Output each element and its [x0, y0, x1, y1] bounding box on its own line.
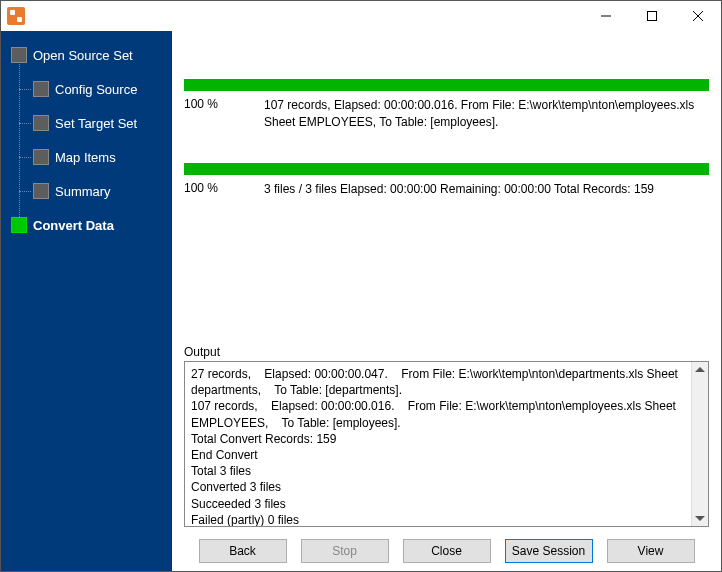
nav-box-icon: [33, 81, 49, 97]
close-wizard-button[interactable]: Close: [403, 539, 491, 563]
nav-label: Map Items: [55, 150, 116, 165]
nav-convert-data[interactable]: Convert Data: [11, 213, 171, 237]
nav-label: Config Source: [55, 82, 137, 97]
nav-label: Set Target Set: [55, 116, 137, 131]
output-text[interactable]: 27 records, Elapsed: 00:00:00.047. From …: [185, 362, 691, 526]
task-percent: 100 %: [184, 97, 264, 131]
task-progress-section: 100 % 107 records, Elapsed: 00:00:00.016…: [184, 79, 709, 131]
nav-box-icon: [33, 149, 49, 165]
overall-info-text: 3 files / 3 files Elapsed: 00:00:00 Rema…: [264, 181, 709, 198]
nav-box-icon: [11, 47, 27, 63]
main-panel: 100 % 107 records, Elapsed: 00:00:00.016…: [171, 31, 721, 571]
task-progress-bar: [184, 79, 709, 91]
overall-percent: 100 %: [184, 181, 264, 198]
stop-button[interactable]: Stop: [301, 539, 389, 563]
task-info-text: 107 records, Elapsed: 00:00:00.016. From…: [264, 97, 709, 131]
minimize-button[interactable]: [583, 1, 629, 31]
overall-progress-bar: [184, 163, 709, 175]
overall-progress-section: 100 % 3 files / 3 files Elapsed: 00:00:0…: [184, 163, 709, 198]
app-window: Open Source Set Config Source Set Target…: [0, 0, 722, 572]
output-scrollbar[interactable]: [691, 362, 708, 526]
nav-label: Open Source Set: [33, 48, 133, 63]
nav-box-active-icon: [11, 217, 27, 233]
nav-label: Summary: [55, 184, 111, 199]
title-bar: [1, 1, 721, 31]
scroll-down-icon: [695, 516, 705, 521]
output-box: 27 records, Elapsed: 00:00:00.047. From …: [184, 361, 709, 527]
close-button[interactable]: [675, 1, 721, 31]
app-icon: [7, 7, 25, 25]
maximize-button[interactable]: [629, 1, 675, 31]
output-label: Output: [184, 345, 709, 359]
nav-label: Convert Data: [33, 218, 114, 233]
view-button[interactable]: View: [607, 539, 695, 563]
nav-open-source-set[interactable]: Open Source Set: [11, 43, 171, 67]
svg-rect-1: [648, 12, 657, 21]
button-row: Back Stop Close Save Session View: [184, 539, 709, 563]
save-session-button[interactable]: Save Session: [505, 539, 593, 563]
back-button[interactable]: Back: [199, 539, 287, 563]
nav-config-source[interactable]: Config Source: [33, 77, 171, 101]
wizard-sidebar: Open Source Set Config Source Set Target…: [1, 31, 171, 571]
nav-set-target-set[interactable]: Set Target Set: [33, 111, 171, 135]
nav-box-icon: [33, 183, 49, 199]
nav-map-items[interactable]: Map Items: [33, 145, 171, 169]
nav-box-icon: [33, 115, 49, 131]
nav-summary[interactable]: Summary: [33, 179, 171, 203]
window-controls: [583, 1, 721, 31]
scroll-up-icon: [695, 367, 705, 372]
